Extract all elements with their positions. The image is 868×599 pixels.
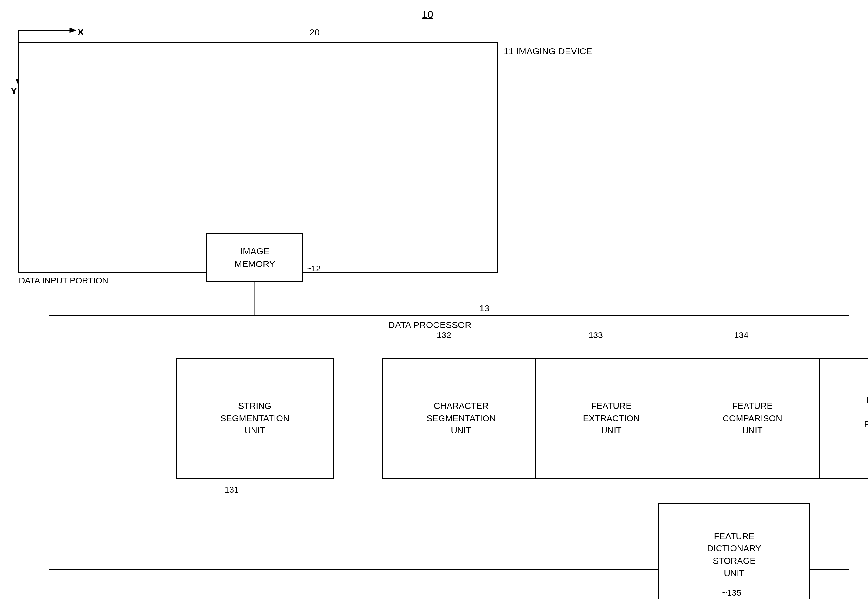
image-memory-text: IMAGEMEMORY [234,245,275,270]
diagram-container: X Y 10 20 11 IMAGING DEVICE 21 OCR CHARA… [0,0,868,599]
unit-136-text: RESEMBLED-CHARACTERRECOGNITIONUNIT [864,394,868,443]
unit-135-box: FEATUREDICTIONARYSTORAGEUNIT [658,503,810,599]
unit-134-text: FEATURECOMPARISONUNIT [723,400,782,437]
data-processor-number: 13 [479,303,489,313]
unit-132-text: CHARACTERSEGMENTATIONUNIT [427,400,496,437]
unit-134-number: 134 [734,330,749,340]
unit-135-number: ~135 [722,588,741,598]
image-memory-number: ~12 [306,264,321,274]
unit-134-box: FEATURECOMPARISONUNIT [676,358,828,479]
y-axis-label: Y [11,86,17,97]
unit-131-number: 131 [225,485,239,495]
data-input-label: DATA INPUT PORTION [19,276,108,286]
unit-131-text: STRINGSEGMENTATIONUNIT [220,400,290,437]
imaging-device-number: 20 [309,27,320,38]
svg-marker-1 [70,28,76,33]
data-processor-label: DATA PROCESSOR [388,320,471,330]
unit-136-box: RESEMBLED-CHARACTERRECOGNITIONUNIT [819,358,868,479]
diagram-number: 10 [422,9,433,20]
unit-133-number: 133 [589,330,603,340]
image-memory-box: IMAGEMEMORY [206,233,303,282]
unit-131-box: STRINGSEGMENTATIONUNIT [176,358,334,479]
unit-132-number: 132 [437,330,451,340]
unit-133-box: FEATUREEXTRACTIONUNIT [536,358,687,479]
unit-133-text: FEATUREEXTRACTIONUNIT [583,400,640,437]
unit-132-box: CHARACTERSEGMENTATIONUNIT [382,358,540,479]
unit-135-text: FEATUREDICTIONARYSTORAGEUNIT [707,530,761,579]
imaging-device-label: 11 IMAGING DEVICE [504,46,592,56]
x-axis-label: X [77,27,84,38]
